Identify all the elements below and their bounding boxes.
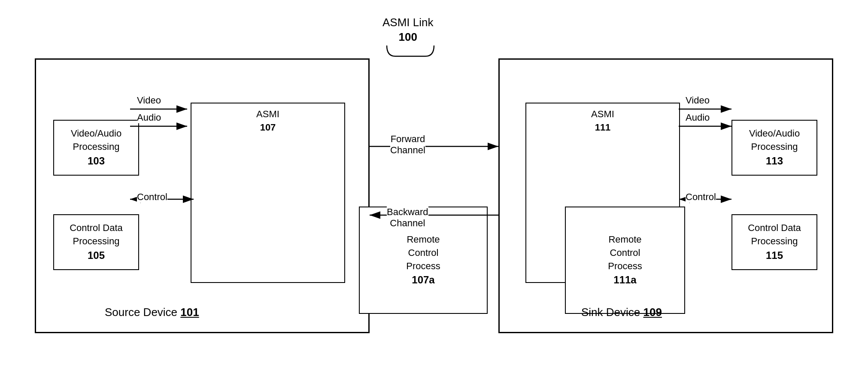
sink-device-box: ASMI111 RemoteControlProcess 111a Video/… [498,58,833,333]
audio-label-source: Audio [137,112,161,123]
audio-label-sink: Audio [686,112,710,123]
asmi-link-label: ASMI Link 100 [382,15,434,45]
control-label-source: Control [137,192,167,203]
video-label-sink: Video [686,95,710,106]
video-audio-processing-113: Video/AudioProcessing 113 [731,120,817,176]
forward-channel-label: ForwardChannel [390,134,425,156]
video-label-source: Video [137,95,161,106]
asmi-107-box: ASMI107 RemoteControlProcess 107a [191,103,345,283]
asmi-link-number: 100 [399,30,417,43]
video-audio-processing-103: Video/AudioProcessing 103 [53,120,139,176]
sink-device-label: Sink Device 109 [581,306,662,319]
backward-channel-label: BackwardChannel [387,207,428,229]
remote-control-process-111a: RemoteControlProcess 111a [565,207,685,314]
control-data-processing-105: Control DataProcessing 105 [53,214,139,270]
diagram-container: ASMI Link 100 Video/AudioProcessing 103 … [26,15,842,368]
asmi-link-text: ASMI Link [382,16,434,29]
source-device-label: Source Device 101 [105,306,199,319]
source-device-box: Video/AudioProcessing 103 ASMI107 Remote… [35,58,370,333]
control-label-sink: Control [686,192,716,203]
asmi-111-box: ASMI111 RemoteControlProcess 111a [525,103,680,283]
control-data-processing-115: Control DataProcessing 115 [731,214,817,270]
